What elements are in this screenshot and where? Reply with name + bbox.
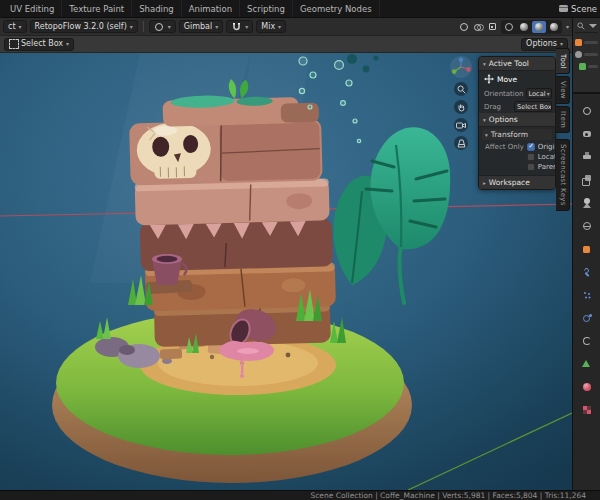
box-select-icon	[9, 39, 19, 49]
topbar: UV Editing Texture Paint Shading Animati…	[0, 0, 600, 18]
outliner-item[interactable]	[575, 60, 598, 72]
chevron-down-icon: ▾	[547, 90, 550, 97]
blend-mode-dropdown[interactable]: Mix▾	[256, 20, 286, 33]
overlays-icon[interactable]	[473, 21, 484, 32]
drag-select[interactable]: Select Box ▾	[514, 101, 552, 112]
viewport-header: ct▾ RetopoFlow 3.2.0 (self)▾ ▾ Gimbal▾ ▾…	[0, 18, 572, 36]
properties-tab-icon	[582, 267, 592, 277]
chevron-down-icon: ▾	[560, 41, 563, 47]
shading-mode-wireframe[interactable]	[502, 21, 516, 33]
shading-mode-solid[interactable]	[517, 21, 531, 33]
active-tool-button[interactable]: Select Box ▾	[4, 38, 74, 51]
zoom-button[interactable]	[454, 82, 468, 96]
sidebar-tab[interactable]: Screencast Keys	[556, 139, 570, 211]
checkbox[interactable]	[527, 143, 535, 151]
sidebar-tab[interactable]: Tool	[556, 48, 570, 74]
shading-mode-rendered[interactable]	[547, 21, 561, 33]
checkbox[interactable]	[527, 163, 535, 171]
properties-tab-render[interactable]	[576, 127, 598, 141]
blender-window: UV Editing Texture Paint Shading Animati…	[0, 0, 600, 500]
properties-tab-output[interactable]	[576, 150, 598, 164]
object-icon	[575, 39, 582, 46]
collapse-arrow-icon: ▾	[485, 132, 488, 138]
separator	[143, 21, 144, 32]
properties-tab-material[interactable]	[576, 380, 598, 394]
chevron-down-icon: ▾	[245, 24, 248, 30]
viewport-nav-controls	[450, 56, 472, 150]
properties-tab-object-data[interactable]	[576, 357, 598, 371]
workspace-tab[interactable]: Scripting	[240, 0, 293, 17]
properties-tab-icon	[582, 198, 592, 208]
checkbox[interactable]	[527, 153, 535, 161]
transform-subsection-header[interactable]: ▾ Transform	[482, 129, 552, 140]
options-section-header[interactable]: ▾ Options	[479, 113, 555, 127]
workspace-tab[interactable]: Geometry Nodes	[293, 0, 380, 17]
outliner-item[interactable]	[575, 48, 598, 60]
affect-only-label: Affect Only	[485, 143, 524, 151]
search-icon[interactable]	[575, 21, 586, 32]
workspace-tab[interactable]: Texture Paint	[62, 0, 132, 17]
properties-tab-constraints[interactable]	[576, 334, 598, 348]
checkbox-row[interactable]: Parents	[527, 163, 556, 171]
shading-sphere-icon	[520, 23, 528, 31]
chevron-down-icon: ▾	[66, 41, 69, 47]
proportional-editing-icon[interactable]	[459, 21, 470, 32]
workspace-tab[interactable]: UV Editing	[3, 0, 62, 17]
affect-only-group: Affect Only Origins Locations Parents	[479, 140, 555, 175]
move-tool-icon	[484, 74, 494, 84]
sidebar-tab[interactable]: Item	[556, 106, 570, 133]
workspace-section-header[interactable]: ▸ Workspace	[479, 175, 555, 189]
workspace-tab[interactable]: Animation	[182, 0, 240, 17]
mode-dropdown[interactable]: ct▾	[3, 20, 27, 33]
nav-gizmo[interactable]	[450, 56, 472, 78]
shading-mode-material-preview[interactable]	[532, 21, 546, 33]
shading-sphere-icon	[535, 23, 543, 31]
orientation-select[interactable]: Local ▾	[526, 88, 552, 99]
properties-tab-world[interactable]	[576, 219, 598, 233]
active-tool-section-header[interactable]: ▾ Active Tool	[479, 57, 555, 71]
properties-tab-view-layer[interactable]	[576, 173, 598, 187]
pivot-icon	[154, 21, 165, 32]
chevron-down-icon: ▾	[168, 24, 171, 30]
perspective-toggle-button[interactable]	[454, 136, 468, 150]
checkbox-row[interactable]: Locations	[527, 153, 556, 161]
checkbox-row[interactable]: Origins	[527, 143, 556, 151]
properties-tab-icon	[582, 290, 592, 300]
properties-tab-icon	[582, 221, 592, 231]
properties-tab-tool[interactable]	[576, 104, 598, 118]
pivot-point-dropdown[interactable]: ▾	[149, 20, 176, 33]
xray-toggle-icon[interactable]	[487, 21, 498, 32]
pan-button[interactable]	[454, 100, 468, 114]
scene-selector-label: Scene	[571, 4, 597, 14]
right-column	[572, 18, 600, 490]
scene-stats: Scene Collection | Coffe_Machine | Verts…	[310, 491, 586, 500]
workspace-tab[interactable]: Shading	[132, 0, 182, 17]
snap-dropdown[interactable]: ▾	[226, 20, 253, 33]
collection-icon	[575, 51, 582, 58]
scene-selector[interactable]: Scene	[559, 0, 600, 17]
properties-tab-icon	[582, 152, 592, 162]
properties-tab-object[interactable]	[576, 242, 598, 256]
properties-tab-icon	[582, 313, 592, 323]
sidebar-tab[interactable]: View	[556, 76, 570, 104]
properties-tab-icon	[582, 129, 592, 139]
properties-tab-modifiers[interactable]	[576, 265, 598, 279]
outliner-item[interactable]	[575, 36, 598, 48]
filter-icon[interactable]	[589, 24, 597, 28]
transform-orientation-dropdown[interactable]: Gimbal▾	[179, 20, 223, 33]
camera-view-button[interactable]	[454, 118, 468, 132]
magnet-icon	[231, 21, 242, 32]
properties-tab-icon	[582, 382, 592, 392]
properties-tab-icon	[582, 405, 592, 415]
retopoflow-menu[interactable]: RetopoFlow 3.2.0 (self)▾	[30, 20, 138, 33]
chevron-down-icon: ▾	[215, 24, 218, 30]
properties-tab-particles[interactable]	[576, 288, 598, 302]
shading-options-dropdown[interactable]: ▾	[566, 23, 569, 30]
properties-tab-texture[interactable]	[576, 403, 598, 417]
viewport-3d[interactable]: ▾ Active Tool Move Orientation Local ▾ D…	[0, 53, 572, 490]
properties-tab-scene[interactable]	[576, 196, 598, 210]
properties-tab-physics[interactable]	[576, 311, 598, 325]
status-bar: Scene Collection | Coffe_Machine | Verts…	[0, 490, 600, 500]
drag-label: Drag	[484, 103, 501, 111]
collapse-arrow-icon: ▾	[483, 61, 486, 67]
